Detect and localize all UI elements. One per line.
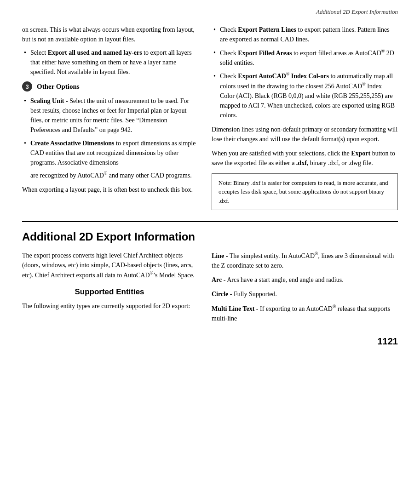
create-assoc-cont: are recognized by AutoCAD® and many othe… bbox=[30, 170, 197, 180]
note-box: Note: Binary .dxf is easier for computer… bbox=[212, 173, 398, 211]
when-satisfied-paragraph: When you are satisfied with your selecti… bbox=[212, 149, 398, 168]
export-index-bold: Export AutoCAD bbox=[238, 73, 286, 80]
left-column: on screen. This is what always occurs wh… bbox=[22, 25, 197, 210]
header-title: Additional 2D Export Information bbox=[316, 8, 398, 15]
export-filled-bold: Export Filled Areas bbox=[238, 50, 292, 57]
other-options-list: Scaling Unit - Select the unit of measur… bbox=[22, 96, 197, 180]
export-button-label: Export bbox=[351, 150, 370, 157]
bullet-export-index-colors: Check Export AutoCAD® Index Col-ors to a… bbox=[212, 71, 398, 120]
circle-bold: Circle bbox=[212, 291, 228, 298]
when-export: When exporting a layout page, it is ofte… bbox=[22, 185, 197, 195]
bullet-export-pattern-lines: Check Export Pattern Lines to export pat… bbox=[212, 25, 398, 44]
circle-entry: Circle - Fully Supported. bbox=[212, 289, 398, 299]
main-title: Additional 2D Export Information bbox=[22, 230, 398, 243]
line-entry: Line - The simplest entity. In AutoCAD®,… bbox=[212, 251, 398, 270]
export-index-bold2: Index Col-ors bbox=[291, 73, 329, 80]
supported-entities-heading: Supported Entities bbox=[22, 287, 197, 297]
intro-paragraph: on screen. This is what always occurs wh… bbox=[22, 25, 197, 44]
right-column: Check Export Pattern Lines to export pat… bbox=[212, 25, 398, 210]
page-number: 1121 bbox=[0, 327, 420, 351]
bottom-left-column: The export process converts high level C… bbox=[22, 251, 197, 326]
arc-bold: Arc bbox=[212, 276, 222, 283]
section3-number: 3 bbox=[22, 81, 32, 92]
top-section: on screen. This is what always occurs wh… bbox=[0, 16, 420, 210]
arc-entry: Arc - Arcs have a start angle, end angle… bbox=[212, 275, 398, 285]
page-header: Additional 2D Export Information bbox=[0, 0, 420, 16]
section3-label: Other Options bbox=[37, 83, 80, 91]
create-assoc-bold: Create Associative Dimensions bbox=[30, 140, 115, 147]
supported-entities-intro: The following entity types are currently… bbox=[22, 301, 197, 311]
section3-heading: 3 Other Options bbox=[22, 81, 197, 92]
registered-mark-5: ® bbox=[150, 270, 153, 275]
dimension-lines-paragraph: Dimension lines using non-default primar… bbox=[212, 125, 398, 144]
bullet-create-associative: Create Associative Dimensions to export … bbox=[22, 138, 197, 180]
bottom-right-column: Line - The simplest entity. In AutoCAD®,… bbox=[212, 251, 398, 326]
line-bold: Line bbox=[212, 252, 224, 259]
bullet-export-layers-label: Select Export all used and named lay-ers… bbox=[30, 49, 192, 75]
export-pattern-bold: Export Pattern Lines bbox=[238, 26, 296, 33]
export-filled-rest: to export filled areas as AutoCAD bbox=[292, 50, 381, 57]
note-text: Note: Binary .dxf is easier for computer… bbox=[219, 179, 388, 204]
export-layers-bold: Export all used and named lay-ers bbox=[48, 49, 142, 56]
bottom-section: Additional 2D Export Information The exp… bbox=[0, 230, 420, 326]
multiline-bold: Multi Line Text bbox=[212, 305, 254, 312]
bottom-content: The export process converts high level C… bbox=[22, 251, 398, 326]
dxf-label: .dxf bbox=[296, 160, 307, 166]
bottom-intro: The export process converts high level C… bbox=[22, 251, 197, 280]
top-right-list: Check Export Pattern Lines to export pat… bbox=[212, 25, 398, 120]
section-divider bbox=[22, 221, 398, 222]
bullet-export-filled-areas: Check Export Filled Areas to export fill… bbox=[212, 48, 398, 68]
registered-mark-3: ® bbox=[286, 72, 289, 77]
bullet-scaling-unit: Scaling Unit - Select the unit of measur… bbox=[22, 96, 197, 135]
multiline-entry: Multi Line Text - If exporting to an Aut… bbox=[212, 304, 398, 323]
registered-mark-4: ® bbox=[362, 81, 365, 86]
top-left-list: Select Export all used and named lay-ers… bbox=[22, 48, 197, 77]
scaling-unit-bold: Scaling Unit bbox=[30, 97, 64, 104]
bullet-export-layers: Select Export all used and named lay-ers… bbox=[22, 48, 197, 77]
